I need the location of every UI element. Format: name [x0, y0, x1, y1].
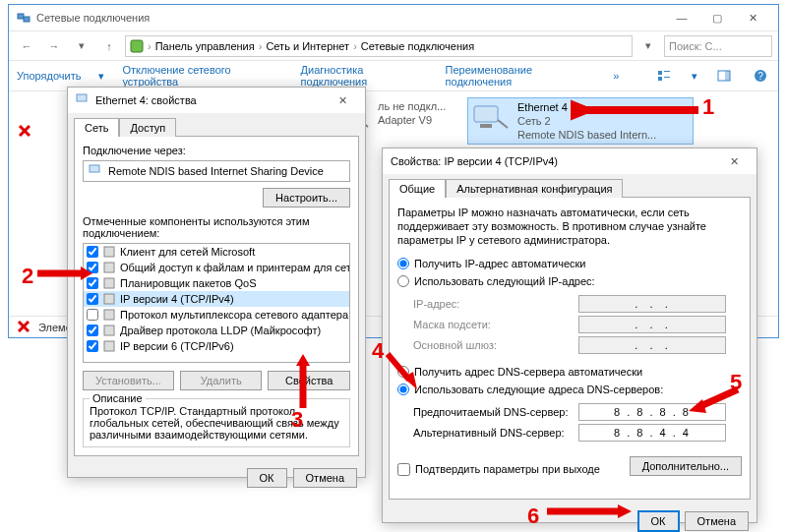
component-checkbox[interactable]	[87, 309, 98, 321]
configure-button[interactable]: Настроить...	[263, 188, 350, 207]
component-checkbox[interactable]	[87, 277, 98, 289]
tab-alternate[interactable]: Альтернативная конфигурация	[446, 179, 623, 198]
minimize-button[interactable]: —	[664, 7, 699, 29]
component-icon	[102, 245, 116, 259]
breadcrumb[interactable]: › Панель управления › Сеть и Интернет › …	[125, 35, 633, 57]
close-button[interactable]: ✕	[735, 7, 770, 29]
ok-button[interactable]: ОК	[247, 468, 287, 488]
disconnected-icon	[17, 320, 30, 335]
svg-rect-23	[104, 247, 114, 257]
list-item[interactable]: Клиент для сетей Microsoft	[84, 244, 349, 260]
components-list[interactable]: Клиент для сетей Microsoft Общий доступ …	[83, 243, 350, 363]
validate-on-exit-checkbox[interactable]: Подтвердить параметры при выходе	[397, 463, 600, 476]
ok-button[interactable]: ОК	[638, 511, 679, 531]
more-commands[interactable]: »	[613, 70, 619, 82]
component-icon	[102, 324, 116, 337]
search-input[interactable]: Поиск: С...	[664, 35, 772, 57]
dialog-footer: ОК Отмена	[68, 462, 365, 494]
subnet-mask-label: Маска подсети:	[413, 319, 571, 330]
dialog-tabs: Сеть Доступ	[68, 113, 365, 136]
ip-address-label: IP-адрес:	[413, 298, 571, 310]
breadcrumb-item[interactable]: Сетевые подключения	[361, 40, 474, 52]
svg-rect-22	[90, 165, 99, 172]
breadcrumb-item[interactable]: Сеть и Интернет	[266, 40, 349, 52]
maximize-button[interactable]: ▢	[699, 7, 735, 29]
alternate-dns-input[interactable]: 8 . 8 . 4 . 4	[578, 424, 726, 442]
dialog-titlebar: Ethernet 4: свойства ✕	[68, 88, 365, 113]
dialog-title: Ethernet 4: свойства	[95, 94, 197, 106]
view-options-icon[interactable]	[654, 66, 673, 86]
subnet-mask-input: . . .	[578, 316, 726, 333]
svg-line-16	[498, 120, 508, 128]
annotation-1: 1	[702, 94, 714, 120]
ethernet-properties-dialog: Ethernet 4: свойства ✕ Сеть Доступ Подкл…	[67, 87, 366, 478]
titlebar: Сетевые подключения — ▢ ✕	[9, 5, 778, 30]
cancel-button[interactable]: Отмена	[293, 468, 357, 488]
svg-rect-5	[658, 77, 662, 81]
list-item[interactable]: Драйвер протокола LLDP (Майкрософт)	[84, 323, 349, 338]
svg-rect-27	[104, 310, 114, 320]
component-checkbox[interactable]	[87, 246, 98, 258]
component-checkbox[interactable]	[87, 340, 98, 352]
svg-rect-1	[24, 17, 30, 22]
adapter-small-icon	[76, 93, 90, 107]
tab-access[interactable]: Доступ	[119, 118, 176, 137]
tab-general[interactable]: Общие	[389, 179, 446, 198]
svg-rect-29	[104, 341, 114, 351]
adapter-item-selected[interactable]: Ethernet 4 Сеть 2 Remote NDIS based Inte…	[467, 97, 694, 145]
breadcrumb-dropdown[interactable]: ▾	[636, 34, 660, 58]
annotation-5: 5	[730, 370, 742, 395]
tab-body: Параметры IP можно назначать автоматичес…	[389, 197, 751, 500]
disable-device-button[interactable]: Отключение сетевого устройства	[122, 64, 282, 88]
list-item[interactable]: Общий доступ к файлам и принтерам для се…	[84, 260, 349, 275]
dialog-tabs: Общие Альтернативная конфигурация	[383, 174, 757, 197]
svg-rect-3	[658, 71, 662, 75]
annotation-4: 4	[372, 338, 384, 364]
svg-rect-26	[104, 294, 114, 304]
svg-rect-6	[664, 77, 670, 78]
uninstall-button[interactable]: Удалить	[180, 371, 263, 390]
up-button[interactable]: ↑	[97, 34, 121, 58]
dialog-close-button[interactable]: ✕	[719, 155, 749, 168]
diagnose-button[interactable]: Диагностика подключения	[301, 64, 428, 88]
dialog-title: Свойства: IP версии 4 (TCP/IPv4)	[391, 155, 558, 167]
back-button[interactable]: ←	[15, 34, 38, 58]
svg-text:?: ?	[758, 71, 764, 82]
ip-manual-radio[interactable]: Использовать следующий IP-адрес:	[397, 275, 742, 287]
preferred-dns-input[interactable]: 8 . 8 . 8 . 8	[578, 403, 726, 421]
recent-dropdown[interactable]: ▾	[70, 34, 93, 58]
preferred-dns-label: Предпочитаемый DNS-сервер:	[413, 406, 571, 418]
cancel-button[interactable]: Отмена	[685, 511, 749, 531]
component-checkbox[interactable]	[87, 262, 98, 273]
dns-auto-radio[interactable]: Получить адрес DNS-сервера автоматически	[397, 366, 742, 378]
advanced-button[interactable]: Дополнительно...	[630, 456, 742, 476]
component-icon	[102, 308, 116, 322]
rename-button[interactable]: Переименование подключения	[446, 64, 596, 88]
list-item[interactable]: IP версии 6 (TCP/IPv6)	[84, 338, 349, 354]
control-panel-icon	[130, 39, 144, 53]
organize-menu[interactable]: Упорядочить	[17, 70, 81, 82]
tab-network[interactable]: Сеть	[74, 118, 119, 137]
list-item-selected[interactable]: IP версии 4 (TCP/IPv4)	[84, 291, 349, 307]
dialog-close-button[interactable]: ✕	[328, 94, 357, 107]
install-button[interactable]: Установить...	[83, 371, 174, 390]
ipv4-properties-dialog: Свойства: IP версии 4 (TCP/IPv4) ✕ Общие…	[382, 148, 757, 523]
device-field: Remote NDIS based Internet Sharing Devic…	[83, 160, 350, 182]
breadcrumb-item[interactable]: Панель управления	[155, 40, 255, 52]
annotation-3: 3	[291, 407, 303, 433]
dns-manual-radio[interactable]: Использовать следующие адреса DNS-сервер…	[397, 384, 742, 395]
component-icon	[102, 292, 116, 306]
forward-button[interactable]: →	[42, 34, 66, 58]
svg-rect-14	[474, 106, 498, 122]
ip-auto-radio[interactable]: Получить IP-адрес автоматически	[397, 258, 742, 269]
help-icon[interactable]: ?	[752, 66, 770, 86]
svg-rect-0	[18, 14, 24, 19]
preview-pane-icon[interactable]	[715, 66, 734, 86]
list-item[interactable]: Планировщик пакетов QoS	[84, 275, 349, 291]
tab-body: Подключение через: Remote NDIS based Int…	[74, 136, 359, 456]
properties-button[interactable]: Свойства	[268, 371, 350, 390]
list-item[interactable]: Протокол мультиплексора сетевого адаптер…	[84, 307, 349, 323]
component-icon	[102, 261, 116, 274]
component-checkbox[interactable]	[87, 325, 98, 336]
component-checkbox[interactable]	[87, 293, 98, 305]
